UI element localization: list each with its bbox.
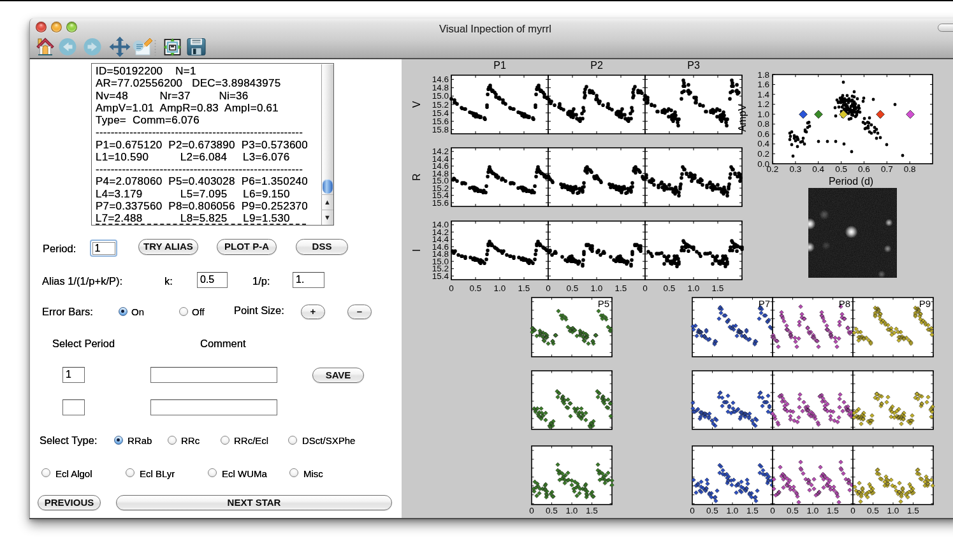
svg-text:0.6: 0.6 <box>858 164 870 174</box>
svg-text:0: 0 <box>643 284 648 293</box>
svg-text:0.5: 0.5 <box>470 284 482 293</box>
svg-text:1.4: 1.4 <box>757 90 769 99</box>
svg-text:1.0: 1.0 <box>591 284 603 293</box>
svg-text:V: V <box>411 101 422 108</box>
svg-text:0: 0 <box>449 284 454 293</box>
svg-text:P2: P2 <box>590 60 603 71</box>
svg-text:P3: P3 <box>687 60 700 71</box>
svg-text:0.5: 0.5 <box>867 506 879 515</box>
svg-text:1.5: 1.5 <box>518 284 530 293</box>
svg-text:0.2: 0.2 <box>757 149 769 159</box>
svg-text:AmpV: AmpV <box>737 104 748 132</box>
svg-text:1.0: 1.0 <box>566 506 578 515</box>
svg-text:0.8: 0.8 <box>904 164 916 174</box>
svg-text:0.8: 0.8 <box>757 119 769 129</box>
svg-text:0.5: 0.5 <box>787 506 799 515</box>
svg-text:0.6: 0.6 <box>757 129 769 139</box>
svg-text:15.6: 15.6 <box>432 198 449 208</box>
svg-text:15.4: 15.4 <box>432 271 449 281</box>
svg-text:0: 0 <box>770 506 775 515</box>
svg-text:Period (d): Period (d) <box>829 176 873 187</box>
svg-text:0: 0 <box>529 506 534 515</box>
svg-text:P8: P8 <box>839 298 850 309</box>
svg-text:0.4: 0.4 <box>757 139 769 148</box>
svg-text:1.2: 1.2 <box>757 99 769 109</box>
svg-text:1.5: 1.5 <box>907 506 919 515</box>
svg-text:P7: P7 <box>759 298 770 309</box>
svg-text:1.5: 1.5 <box>746 506 759 515</box>
svg-text:0.7: 0.7 <box>881 164 893 174</box>
svg-text:1.0: 1.0 <box>494 284 506 293</box>
svg-text:P5: P5 <box>598 298 609 309</box>
svg-text:1.0: 1.0 <box>807 506 819 515</box>
svg-text:1.6: 1.6 <box>757 80 769 89</box>
svg-text:1.8: 1.8 <box>757 70 769 80</box>
svg-text:0.3: 0.3 <box>790 164 802 174</box>
svg-text:0.5: 0.5 <box>706 506 718 515</box>
svg-text:1.0: 1.0 <box>688 284 700 293</box>
svg-text:0.2: 0.2 <box>767 164 779 174</box>
svg-text:1.5: 1.5 <box>615 284 627 293</box>
svg-text:0: 0 <box>850 506 855 515</box>
svg-text:1.0: 1.0 <box>727 506 739 515</box>
svg-text:0.5: 0.5 <box>664 284 676 293</box>
svg-text:0.5: 0.5 <box>567 284 579 293</box>
svg-text:I: I <box>411 249 422 252</box>
svg-text:0.4: 0.4 <box>812 164 824 174</box>
svg-text:0: 0 <box>690 506 695 515</box>
svg-text:P1: P1 <box>493 60 506 71</box>
svg-text:1.5: 1.5 <box>712 284 724 293</box>
svg-text:0.5: 0.5 <box>835 164 847 174</box>
svg-text:1.5: 1.5 <box>827 506 839 515</box>
svg-text:1.0: 1.0 <box>757 110 769 119</box>
svg-text:R: R <box>411 173 422 181</box>
svg-text:P9: P9 <box>919 298 931 309</box>
svg-text:0.5: 0.5 <box>546 506 558 515</box>
svg-text:15.8: 15.8 <box>432 125 449 134</box>
svg-text:0: 0 <box>546 284 551 293</box>
svg-text:1.0: 1.0 <box>887 506 899 515</box>
svg-text:1.5: 1.5 <box>586 506 598 515</box>
